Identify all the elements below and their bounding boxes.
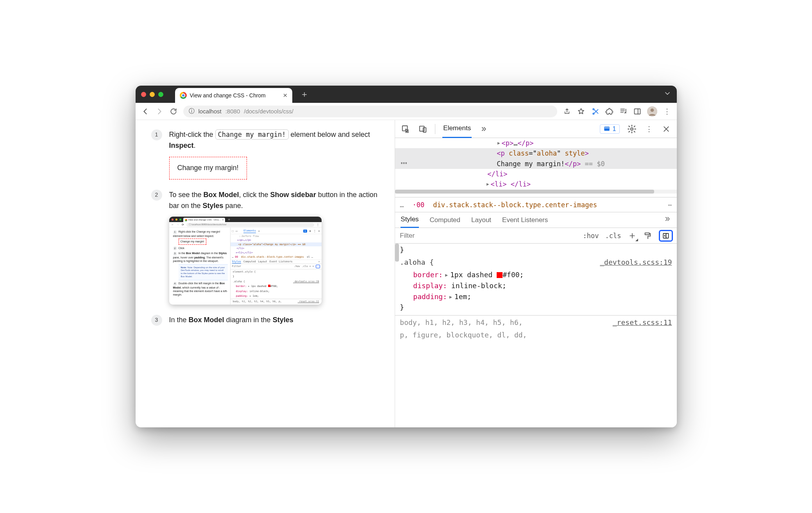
source-link[interactable]: _reset.scss:11: [613, 317, 672, 328]
breadcrumb-more-icon[interactable]: …: [400, 201, 404, 209]
side-panel-icon[interactable]: [633, 107, 642, 116]
styles-filter-input[interactable]: [399, 232, 576, 240]
svg-rect-4: [402, 126, 408, 131]
step-number: 1: [151, 129, 162, 140]
minimize-window-icon[interactable]: [150, 92, 155, 97]
reading-list-icon[interactable]: [619, 107, 628, 116]
page-content: 1 Right-click the Change my margin! elem…: [136, 120, 395, 427]
chrome-menu-icon[interactable]: ⋮: [663, 107, 671, 116]
url-path: /docs/devtools/css/: [244, 108, 293, 115]
hov-button[interactable]: :hov: [583, 232, 599, 240]
change-my-margin-element[interactable]: Change my margin!: [169, 157, 247, 179]
source-link[interactable]: _devtools.scss:19: [600, 257, 672, 268]
svg-point-3: [650, 108, 654, 112]
paint-format-icon[interactable]: [643, 231, 653, 240]
breadcrumb-more-right-icon[interactable]: ⋯: [668, 201, 672, 209]
device-toolbar-icon[interactable]: [418, 124, 428, 134]
profile-avatar[interactable]: [647, 106, 657, 117]
show-sidebar-button[interactable]: [659, 230, 673, 242]
extensions-icon[interactable]: [605, 107, 613, 116]
svg-rect-7: [604, 127, 610, 131]
color-swatch-icon[interactable]: [497, 272, 503, 278]
close-devtools-icon[interactable]: [661, 124, 671, 134]
back-button[interactable]: [141, 107, 150, 116]
forward-button[interactable]: [155, 107, 164, 116]
styles-pane[interactable]: } .aloha { _devtools.scss:19 border:▸1px…: [395, 244, 676, 427]
step1-inspect: Inspect: [169, 142, 194, 149]
css-declaration[interactable]: border:▸1px dashed #f00;: [400, 269, 672, 280]
devtools-panel: Elements 1 ⋮ ⋯ ▸<p>…</p> <p class="aloha…: [395, 120, 676, 427]
step-1: 1 Right-click the Change my margin! elem…: [151, 129, 384, 179]
new-style-rule-icon[interactable]: ◢: [628, 231, 637, 240]
window-controls: [141, 92, 163, 97]
tab-elements[interactable]: Elements: [442, 120, 472, 138]
gear-icon[interactable]: [627, 124, 637, 134]
dom-scrollbar[interactable]: [395, 190, 676, 194]
url-port: :8080: [225, 108, 240, 115]
more-subtabs-icon[interactable]: [664, 215, 671, 225]
breadcrumb-num: ·00: [413, 201, 425, 209]
browser-window: View and change CSS - Chrom ✕ ＋ ⓘ localh…: [136, 86, 677, 427]
star-icon[interactable]: [577, 107, 585, 116]
step-number: 3: [151, 315, 162, 326]
styles-tabrow: Styles Computed Layout Event Listeners: [395, 212, 676, 228]
step1-code: Change my margin!: [215, 129, 289, 140]
dom-tree[interactable]: ⋯ ▸<p>…</p> <p class="aloha" style> Chan…: [395, 138, 676, 197]
step-2: 2 To see the Box Model, click the Show s…: [151, 190, 384, 305]
cls-button[interactable]: .cls: [605, 232, 621, 240]
subtab-styles[interactable]: Styles: [401, 212, 419, 228]
aloha-selector[interactable]: .aloha {: [400, 258, 434, 266]
url-host: localhost: [199, 108, 222, 115]
issues-button[interactable]: 1: [600, 124, 620, 134]
dom-breadcrumb[interactable]: … ·00 div.stack.stack--block.type.center…: [395, 197, 676, 212]
maximize-window-icon[interactable]: [158, 92, 163, 97]
scissors-icon[interactable]: [591, 107, 599, 116]
site-info-icon[interactable]: ⓘ: [189, 108, 195, 115]
devtools-menu-icon[interactable]: ⋮: [644, 124, 654, 134]
content-area: 1 Right-click the Change my margin! elem…: [136, 120, 677, 427]
css-declaration[interactable]: display: inline-block;: [400, 280, 672, 291]
styles-scrollbar[interactable]: [395, 244, 399, 262]
subtab-computed[interactable]: Computed: [430, 212, 460, 228]
step2-screenshot: View and change CSS - Chro…× + ←→⟳ⓘ loca…: [169, 217, 322, 305]
tabstrip-expand-icon[interactable]: [664, 90, 671, 99]
devtools-toolbar: Elements 1 ⋮: [395, 120, 676, 138]
browser-toolbar: ⓘ localhost:8080/docs/devtools/css/ ⋮: [136, 103, 677, 120]
inspect-element-icon[interactable]: [401, 124, 411, 134]
share-icon[interactable]: [563, 107, 571, 116]
close-window-icon[interactable]: [141, 92, 146, 97]
step1-text-a: Right-click the: [169, 131, 215, 138]
chrome-logo-icon: [180, 92, 187, 99]
reload-button[interactable]: [169, 107, 178, 116]
svg-rect-5: [420, 126, 424, 131]
styles-filter-row: :hov .cls ◢: [395, 228, 676, 244]
tab-title: View and change CSS - Chrom: [190, 92, 280, 99]
css-declaration[interactable]: padding:▸1em;: [400, 291, 672, 302]
dom-more-icon[interactable]: ⋯: [401, 154, 408, 171]
subtab-layout[interactable]: Layout: [471, 212, 491, 228]
step1-text-b: element below and select: [291, 131, 370, 138]
address-bar[interactable]: ⓘ localhost:8080/docs/devtools/css/: [183, 106, 557, 117]
selected-dom-node[interactable]: <p class="aloha" style>: [395, 148, 676, 158]
more-tabs-icon[interactable]: [479, 124, 489, 134]
svg-point-8: [631, 128, 633, 130]
breadcrumb-selector[interactable]: div.stack.stack--block.type.center-image…: [433, 201, 597, 209]
subtab-event-listeners[interactable]: Event Listeners: [502, 212, 548, 228]
new-tab-button[interactable]: ＋: [300, 88, 309, 100]
tab-strip: View and change CSS - Chrom ✕ ＋: [136, 86, 677, 103]
svg-rect-0: [634, 109, 640, 114]
reset-selector[interactable]: body, h1, h2, h3, h4, h5, h6,: [400, 318, 522, 326]
close-tab-icon[interactable]: ✕: [283, 92, 288, 99]
step-3: 3 In the Box Model diagram in the Styles: [151, 315, 384, 326]
browser-tab[interactable]: View and change CSS - Chrom ✕: [175, 88, 292, 103]
step-number: 2: [151, 190, 162, 201]
